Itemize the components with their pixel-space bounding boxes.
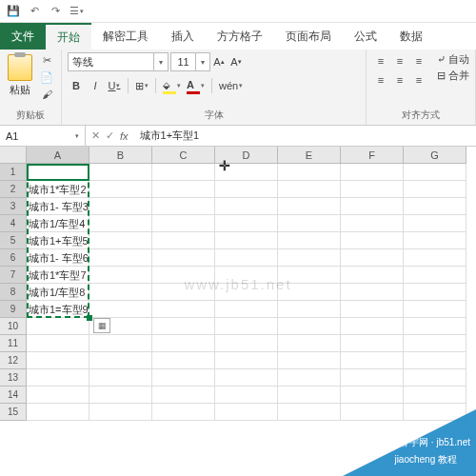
cell[interactable]	[278, 284, 341, 301]
cell[interactable]	[89, 267, 152, 284]
tab-decrypt[interactable]: 解密工具	[91, 23, 160, 50]
cell[interactable]	[278, 352, 341, 369]
cell[interactable]	[341, 352, 404, 369]
align-left-button[interactable]: ≡	[372, 71, 389, 89]
row-header[interactable]: 5	[0, 232, 27, 249]
cell[interactable]	[89, 387, 152, 404]
cell[interactable]	[278, 335, 341, 352]
autofill-options-button[interactable]: ▦	[93, 318, 110, 333]
cell[interactable]: 城市1- 车型6	[27, 249, 89, 267]
cell[interactable]	[27, 387, 89, 404]
row-header[interactable]: 8	[0, 284, 27, 301]
cell[interactable]	[89, 215, 152, 232]
cell[interactable]	[404, 181, 466, 198]
cell[interactable]	[341, 369, 404, 387]
save-icon[interactable]: 💾	[6, 4, 21, 19]
select-all-corner[interactable]	[0, 147, 27, 164]
cell[interactable]	[89, 249, 152, 267]
font-size-selector[interactable]: 11 ▾	[170, 52, 210, 71]
tab-home[interactable]: 开始	[46, 23, 91, 50]
align-center-button[interactable]: ≡	[391, 71, 408, 89]
row-header[interactable]: 3	[0, 198, 27, 215]
cell[interactable]	[89, 232, 152, 249]
row-header[interactable]: 10	[0, 318, 27, 335]
cell[interactable]	[278, 387, 341, 404]
cell[interactable]	[152, 369, 215, 387]
cell[interactable]	[215, 215, 278, 232]
name-box[interactable]: A1 ▾	[0, 126, 86, 146]
italic-button[interactable]: I	[87, 77, 104, 94]
cell[interactable]	[278, 301, 341, 318]
cell[interactable]	[215, 335, 278, 352]
fill-color-button[interactable]: ⬙▾	[161, 77, 183, 94]
cell[interactable]	[404, 301, 466, 318]
cell[interactable]: 城市1=车型9	[27, 301, 89, 318]
cell[interactable]: 城市1*车型7	[27, 267, 89, 284]
tab-data[interactable]: 数据	[388, 23, 434, 50]
redo-icon[interactable]: ↷	[48, 4, 63, 19]
cell[interactable]	[152, 284, 215, 301]
row-header[interactable]: 6	[0, 249, 27, 267]
cell[interactable]	[278, 232, 341, 249]
cell[interactable]	[89, 369, 152, 387]
cell[interactable]: 城市1- 车型3	[27, 198, 89, 215]
align-top-button[interactable]: ≡	[372, 52, 389, 69]
cell[interactable]	[215, 232, 278, 249]
cell[interactable]	[278, 369, 341, 387]
cell[interactable]	[215, 267, 278, 284]
row-header[interactable]: 7	[0, 267, 27, 284]
underline-button[interactable]: U▾	[106, 77, 123, 94]
cell[interactable]	[278, 267, 341, 284]
col-header-C[interactable]: C	[152, 147, 215, 164]
qat-more-icon[interactable]: ☰▾	[69, 4, 84, 19]
cell[interactable]	[341, 249, 404, 267]
cell[interactable]	[215, 369, 278, 387]
cell[interactable]	[278, 249, 341, 267]
paste-button[interactable]: 粘贴	[6, 52, 34, 99]
cell[interactable]	[404, 352, 466, 369]
row-header[interactable]: 9	[0, 301, 27, 318]
increase-font-button[interactable]: A▴	[210, 53, 228, 70]
cell[interactable]	[215, 318, 278, 335]
col-header-B[interactable]: B	[89, 147, 152, 164]
cell[interactable]	[404, 318, 466, 335]
cell[interactable]	[341, 318, 404, 335]
cell[interactable]	[215, 387, 278, 404]
cell[interactable]	[404, 232, 466, 249]
row-header[interactable]: 12	[0, 352, 27, 369]
cell[interactable]	[341, 267, 404, 284]
cell[interactable]	[152, 232, 215, 249]
cell[interactable]	[278, 198, 341, 215]
cell[interactable]	[404, 215, 466, 232]
format-painter-button[interactable]: 🖌	[38, 87, 55, 102]
cell[interactable]	[152, 215, 215, 232]
cell[interactable]	[27, 352, 89, 369]
decrease-font-button[interactable]: A▾	[228, 53, 245, 70]
cell[interactable]	[341, 387, 404, 404]
cell[interactable]	[215, 404, 278, 421]
align-middle-button[interactable]: ≡	[391, 52, 408, 69]
cell[interactable]	[278, 164, 341, 181]
cell[interactable]	[278, 318, 341, 335]
merge-cells-button[interactable]: ⊟合并	[437, 69, 469, 83]
align-bottom-button[interactable]: ≡	[410, 52, 427, 69]
row-header[interactable]: 4	[0, 215, 27, 232]
font-color-button[interactable]: A▾	[185, 77, 207, 94]
cell[interactable]	[341, 164, 404, 181]
cell[interactable]	[278, 215, 341, 232]
copy-button[interactable]: 📄	[38, 69, 55, 85]
cell[interactable]	[152, 404, 215, 421]
cell[interactable]	[341, 284, 404, 301]
cell[interactable]	[215, 198, 278, 215]
col-header-F[interactable]: F	[341, 147, 404, 164]
cell[interactable]	[27, 335, 89, 352]
tab-ffgz[interactable]: 方方格子	[206, 23, 274, 50]
cell[interactable]	[152, 267, 215, 284]
cell[interactable]	[341, 232, 404, 249]
tab-layout[interactable]: 页面布局	[274, 23, 343, 50]
fx-icon[interactable]: fx	[120, 130, 129, 142]
cell[interactable]	[89, 352, 152, 369]
cell[interactable]	[152, 301, 215, 318]
cell[interactable]	[341, 301, 404, 318]
cell[interactable]	[152, 164, 215, 181]
